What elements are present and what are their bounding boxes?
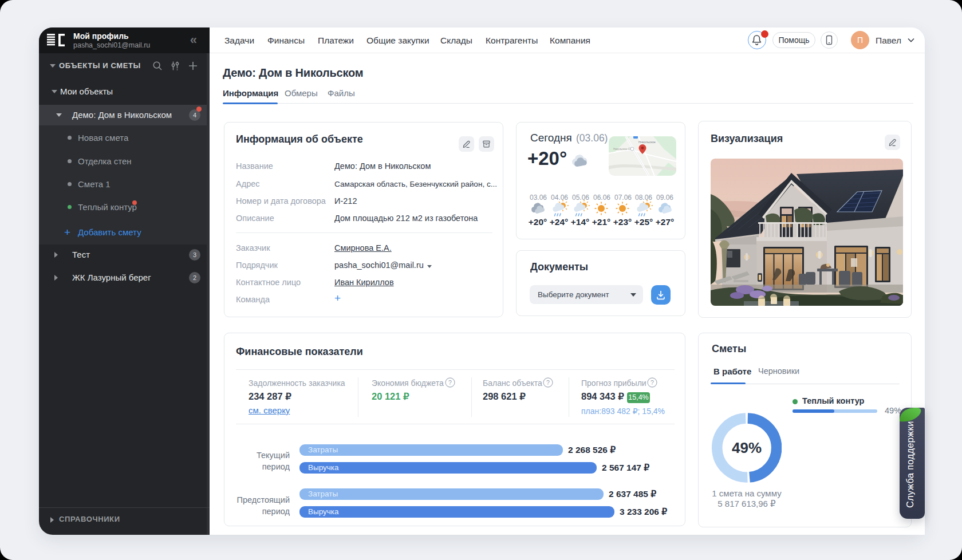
svg-text:+23°: +23°	[613, 217, 632, 227]
svg-text:04.06: 04.06	[551, 194, 568, 202]
svg-text:03.06: 03.06	[530, 194, 547, 202]
svg-text:05.06: 05.06	[572, 194, 589, 202]
svg-text:49%: 49%	[732, 439, 762, 456]
svg-text:?: ?	[448, 379, 452, 386]
svg-text:+27°: +27°	[656, 217, 675, 227]
svg-text:+20°: +20°	[529, 217, 547, 227]
svg-text:?: ?	[650, 379, 654, 386]
svg-text:+24°: +24°	[550, 217, 569, 227]
svg-text:08.06: 08.06	[635, 194, 652, 202]
svg-text:?: ?	[546, 379, 550, 386]
svg-text:06.06: 06.06	[593, 194, 610, 202]
svg-text:07.06: 07.06	[614, 194, 632, 202]
svg-text:+14°: +14°	[571, 217, 590, 227]
svg-text:Никольское: Никольское	[638, 140, 656, 144]
svg-text:09.06: 09.06	[656, 194, 673, 202]
svg-text:+25°: +25°	[634, 217, 653, 227]
svg-text:+21°: +21°	[592, 217, 611, 227]
